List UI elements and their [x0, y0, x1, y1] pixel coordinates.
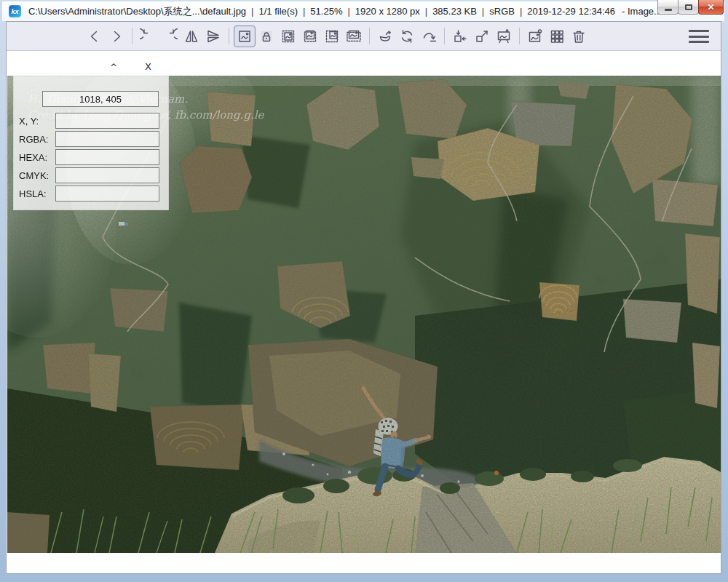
- view-original-button[interactable]: [234, 25, 256, 47]
- title-separator: |: [343, 6, 354, 17]
- window-title: C:\Users\Administrator\Desktop\系统之...\de…: [28, 5, 662, 18]
- rotate-apply-button[interactable]: [418, 25, 440, 47]
- title-modified-date: 2019-12-29 12:34:46: [526, 6, 616, 17]
- title-separator: |: [515, 6, 526, 17]
- title-app-name: - Image...: [616, 6, 662, 17]
- toolbar: [7, 22, 721, 51]
- picker-tool-button[interactable]: [374, 25, 396, 47]
- image-properties-button[interactable]: [524, 25, 546, 47]
- minimize-icon: [665, 9, 672, 11]
- client-area: Ha Giang province, Vietnam. Credit by Lo…: [6, 21, 721, 574]
- app-logo-icon: kx: [9, 5, 21, 17]
- title-separator: |: [478, 6, 488, 17]
- fit-window-button[interactable]: [277, 25, 299, 47]
- color-picker-panel: 1018, 405 X, Y: RGBA: HEXA: CMYK:: [13, 76, 169, 210]
- flip-horizontal-button[interactable]: [181, 25, 202, 47]
- next-image-button[interactable]: [106, 25, 127, 47]
- cmyk-field[interactable]: [55, 167, 159, 183]
- actual-size-button[interactable]: [471, 25, 493, 47]
- cmyk-label: CMYK:: [19, 170, 49, 181]
- titlebar: kx C:\Users\Administrator\Desktop\系统之...…: [2, 1, 724, 21]
- close-icon: ✕: [707, 3, 714, 12]
- hsla-label: HSLA:: [19, 188, 47, 199]
- app-window: kx C:\Users\Administrator\Desktop\系统之...…: [0, 0, 728, 582]
- minimize-button[interactable]: [657, 0, 678, 15]
- toolbar-separator: [132, 28, 132, 44]
- rgba-label: RGBA:: [19, 134, 48, 145]
- toolbar-separator: [444, 28, 445, 44]
- title-zoom-level: 51.25%: [309, 6, 343, 17]
- fit-width-button[interactable]: [299, 25, 321, 47]
- stretch-to-window-button[interactable]: [343, 25, 365, 47]
- title-file-path: C:\Users\Administrator\Desktop\系统之...\de…: [28, 5, 247, 18]
- lock-zoom-button[interactable]: [256, 25, 277, 47]
- toolbar-separator: [369, 28, 370, 44]
- xy-field[interactable]: [55, 113, 159, 129]
- maximize-button[interactable]: [678, 0, 699, 15]
- toolbar-separator: [519, 28, 520, 44]
- menu-button[interactable]: [689, 28, 709, 44]
- close-button[interactable]: ✕: [698, 0, 724, 15]
- thumbnail-grid-button[interactable]: [546, 25, 568, 47]
- previous-image-button[interactable]: [84, 25, 106, 47]
- picker-row-rgba: RGBA:: [14, 131, 168, 147]
- title-color-space: sRGB: [488, 6, 515, 17]
- title-file-size: 385.23 KB: [432, 6, 478, 17]
- title-file-count: 1/1 file(s): [258, 6, 298, 17]
- xy-label: X, Y:: [19, 116, 39, 127]
- fit-height-button[interactable]: [321, 25, 343, 47]
- picker-row-cmyk: CMYK:: [14, 167, 168, 183]
- picker-row-hexa: HEXA:: [14, 149, 168, 165]
- cursor-coordinates[interactable]: 1018, 405: [42, 91, 159, 107]
- title-separator: |: [298, 6, 309, 17]
- delete-image-button[interactable]: [568, 25, 590, 47]
- title-dimensions: 1920 x 1280 px: [355, 6, 421, 17]
- title-separator: |: [247, 6, 258, 17]
- hsla-field[interactable]: [55, 186, 159, 202]
- toolbar-separator: [229, 28, 229, 44]
- hexa-field[interactable]: [55, 149, 159, 165]
- picker-close-button[interactable]: X: [145, 62, 151, 71]
- hexa-label: HEXA:: [19, 152, 47, 163]
- rgba-field[interactable]: [55, 131, 159, 147]
- refresh-button[interactable]: [396, 25, 418, 47]
- image-viewport: Ha Giang province, Vietnam. Credit by Lo…: [7, 52, 721, 573]
- picker-collapse-button[interactable]: ^: [110, 63, 117, 72]
- slideshow-button[interactable]: [493, 25, 515, 47]
- rotate-right-button[interactable]: [159, 25, 181, 47]
- rotate-left-button[interactable]: [137, 25, 159, 47]
- picker-row-xy: X, Y:: [14, 113, 168, 129]
- picker-row-hsla: HSLA:: [14, 186, 168, 202]
- title-separator: |: [421, 6, 432, 17]
- flip-vertical-button[interactable]: [202, 25, 224, 47]
- shrink-to-fit-button[interactable]: [449, 25, 471, 47]
- maximize-icon: [685, 4, 692, 10]
- window-controls: ✕: [658, 0, 724, 15]
